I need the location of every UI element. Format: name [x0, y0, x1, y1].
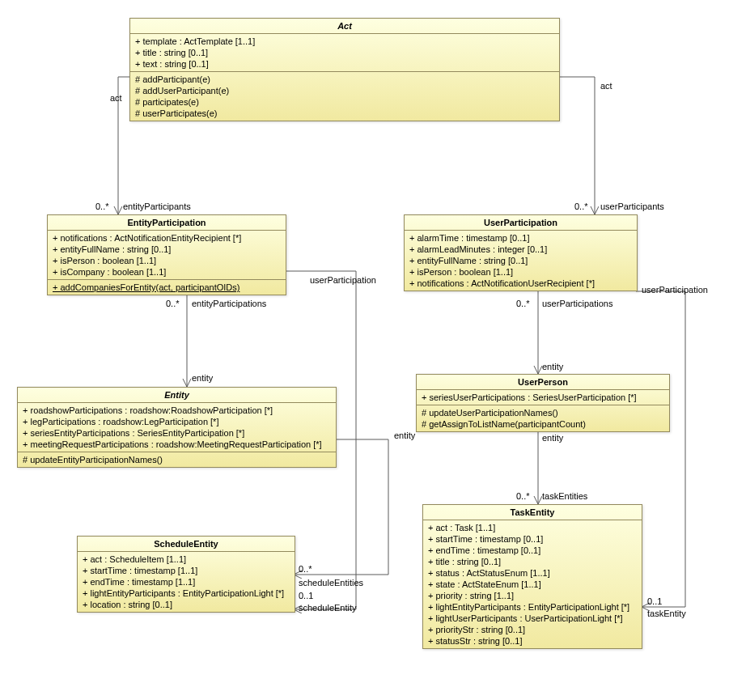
- op: # updateEntityParticipationNames(): [18, 454, 336, 465]
- class-attributes: + roadshowParticipations : roadshow:Road…: [18, 403, 336, 452]
- class-operations: # updateUserParticipationNames() # getAs…: [417, 405, 669, 431]
- op: # userParticipates(e): [130, 108, 559, 119]
- op: # updateUserParticipationNames(): [417, 407, 669, 418]
- attr: + lightEntityParticipants : EntityPartic…: [78, 588, 295, 599]
- attr: + template : ActTemplate [1..1]: [130, 36, 559, 47]
- attr: + lightUserParticipants : UserParticipat…: [423, 613, 642, 624]
- class-title: Act: [130, 19, 559, 34]
- op: + addCompaniesForEntity(act, participant…: [48, 282, 286, 293]
- class-attributes: + alarmTime : timestamp [0..1] + alarmLe…: [405, 231, 637, 291]
- role-label: scheduleEntity: [299, 603, 357, 613]
- mult-label: 0..*: [95, 202, 109, 211]
- attr: + alarmLeadMinutes : integer [0..1]: [405, 244, 637, 255]
- role-label: userParticipants: [600, 202, 664, 211]
- role-label: taskEntity: [647, 609, 686, 618]
- role-label: userParticipations: [542, 299, 612, 308]
- attr: + priority : string [1..1]: [423, 590, 642, 601]
- class-attributes: + act : Task [1..1] + startTime : timest…: [423, 520, 642, 648]
- attr: + isPerson : boolean [1..1]: [405, 266, 637, 278]
- role-label: entityParticipants: [123, 202, 191, 211]
- attr: + endTime : timestamp [1..1]: [78, 576, 295, 588]
- class-operations: + addCompaniesForEntity(act, participant…: [48, 280, 286, 295]
- attr: + isPerson : boolean [1..1]: [48, 255, 286, 266]
- class-entity-participation: EntityParticipation + notifications : Ac…: [47, 214, 286, 295]
- class-attributes: + seriesUserParticipations : SeriesUserP…: [417, 390, 669, 405]
- attr: + priorityStr : string [0..1]: [423, 624, 642, 635]
- op: # getAssignToListName(participantCount): [417, 418, 669, 430]
- role-label: entity: [192, 373, 213, 383]
- class-title: Entity: [18, 388, 336, 403]
- class-act: Act + template : ActTemplate [1..1] + ti…: [129, 18, 560, 121]
- class-title: TaskEntity: [423, 505, 642, 520]
- role-label: entity: [542, 433, 563, 443]
- role-label: act: [110, 93, 122, 103]
- role-label: userParticipation: [310, 275, 376, 285]
- class-schedule-entity: ScheduleEntity + act : ScheduleItem [1..…: [77, 536, 295, 613]
- mult-label: 0..*: [166, 299, 180, 308]
- class-operations: # addParticipant(e) # addUserParticipant…: [130, 72, 559, 121]
- attr: + meetingRequestParticipations : roadsho…: [18, 439, 336, 450]
- role-label: entityParticipations: [192, 299, 266, 308]
- attr: + status : ActStatusEnum [1..1]: [423, 567, 642, 579]
- class-attributes: + act : ScheduleItem [1..1] + startTime …: [78, 552, 295, 612]
- attr: + act : ScheduleItem [1..1]: [78, 554, 295, 565]
- role-label: scheduleEntities: [299, 578, 363, 588]
- attr: + act : Task [1..1]: [423, 522, 642, 533]
- attr: + statusStr : string [0..1]: [423, 635, 642, 647]
- class-attributes: + template : ActTemplate [1..1] + title …: [130, 34, 559, 72]
- class-attributes: + notifications : ActNotificationEntityR…: [48, 231, 286, 280]
- mult-label: 0..*: [299, 564, 312, 574]
- attr: + roadshowParticipations : roadshow:Road…: [18, 405, 336, 416]
- attr: + startTime : timestamp [1..1]: [78, 565, 295, 576]
- attr: + endTime : timestamp [0..1]: [423, 545, 642, 556]
- attr: + text : string [0..1]: [130, 58, 559, 70]
- role-label: entity: [394, 431, 415, 440]
- attr: + notifications : ActNotificationUserRec…: [405, 278, 637, 289]
- attr: + seriesEntityParticipations : SeriesEnt…: [18, 427, 336, 439]
- class-title: UserPerson: [417, 375, 669, 390]
- attr: + title : string [0..1]: [130, 47, 559, 58]
- mult-label: 0..*: [574, 202, 588, 211]
- op: # addParticipant(e): [130, 74, 559, 85]
- mult-label: 0..*: [516, 299, 530, 308]
- attr: + startTime : timestamp [0..1]: [423, 533, 642, 545]
- class-operations: # updateEntityParticipationNames(): [18, 452, 336, 467]
- role-label: entity: [542, 362, 563, 371]
- attr: + legParticipations : roadshow:LegPartic…: [18, 416, 336, 427]
- attr: + entityFullName : string [0..1]: [405, 255, 637, 266]
- class-title: UserParticipation: [405, 215, 637, 231]
- attr: + title : string [0..1]: [423, 556, 642, 567]
- mult-label: 0..1: [299, 591, 313, 600]
- class-user-participation: UserParticipation + alarmTime : timestam…: [404, 214, 638, 291]
- class-user-person: UserPerson + seriesUserParticipations : …: [416, 374, 670, 432]
- attr: + state : ActStateEnum [1..1]: [423, 579, 642, 590]
- attr: + isCompany : boolean [1..1]: [48, 266, 286, 278]
- attr: + entityFullName : string [0..1]: [48, 244, 286, 255]
- role-label: taskEntities: [542, 491, 587, 501]
- attr: + lightEntityParticipants : EntityPartic…: [423, 601, 642, 613]
- mult-label: 0..1: [647, 596, 662, 606]
- op: # addUserParticipant(e): [130, 85, 559, 96]
- attr: + notifications : ActNotificationEntityR…: [48, 232, 286, 244]
- attr: + location : string [0..1]: [78, 599, 295, 610]
- attr: + seriesUserParticipations : SeriesUserP…: [417, 392, 669, 403]
- class-title: ScheduleEntity: [78, 537, 295, 552]
- role-label: act: [600, 81, 612, 91]
- class-task-entity: TaskEntity + act : Task [1..1] + startTi…: [422, 504, 642, 649]
- class-title: EntityParticipation: [48, 215, 286, 231]
- op: # participates(e): [130, 96, 559, 108]
- mult-label: 0..*: [516, 491, 530, 501]
- class-entity: Entity + roadshowParticipations : roadsh…: [17, 387, 337, 468]
- role-label: userParticipation: [642, 285, 708, 295]
- attr: + alarmTime : timestamp [0..1]: [405, 232, 637, 244]
